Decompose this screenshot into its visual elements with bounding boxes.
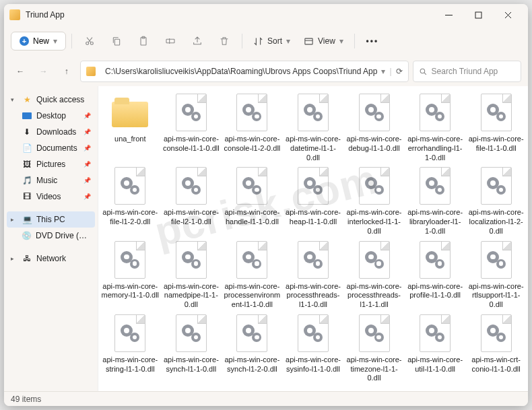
- pin-icon: 📌: [84, 177, 91, 184]
- file-name: api-ms-win-core-sysinfo-l1-1-0.dll: [284, 355, 342, 374]
- close-button[interactable]: [493, 5, 523, 25]
- search-input[interactable]: Search Triund App: [413, 61, 521, 82]
- file-name: api-ms-win-core-interlocked-l1-1-0.dll: [345, 208, 403, 236]
- file-name: api-ms-win-core-debug-l1-1-0.dll: [345, 135, 403, 153]
- file-item[interactable]: api-ms-win-core-errorhandling-l1-1-0.dll: [406, 93, 464, 162]
- file-item[interactable]: api-ms-win-core-file-l2-1-0.dll: [162, 166, 220, 236]
- maximize-button[interactable]: [463, 5, 493, 25]
- file-item[interactable]: api-ms-win-core-sysinfo-l1-1-0.dll: [284, 314, 342, 383]
- file-item[interactable]: api-ms-win-core-timezone-l1-1-0.dll: [345, 314, 403, 383]
- file-item[interactable]: api-ms-win-core-debug-l1-1-0.dll: [345, 93, 403, 162]
- file-item[interactable]: api-ms-win-core-libraryloader-l1-1-0.dll: [406, 166, 464, 236]
- dll-file-icon: [110, 314, 149, 353]
- rename-button[interactable]: [158, 30, 182, 53]
- sidebar-item-quick-access[interactable]: ▾★Quick access: [7, 92, 95, 108]
- file-item[interactable]: api-ms-win-core-handle-l1-1-0.dll: [223, 166, 281, 236]
- folder-icon: [110, 93, 149, 132]
- up-button[interactable]: ↑: [57, 61, 76, 82]
- refresh-button[interactable]: ⟳: [396, 67, 403, 76]
- file-item[interactable]: api-ms-win-core-synch-l1-2-0.dll: [223, 314, 281, 383]
- paste-button[interactable]: [131, 30, 156, 53]
- sort-button[interactable]: Sort ▾: [248, 32, 296, 50]
- file-item[interactable]: api-ms-win-core-rtlsupport-l1-1-0.dll: [467, 240, 525, 310]
- file-item[interactable]: api-ms-win-core-profile-l1-1-0.dll: [406, 240, 464, 310]
- more-button[interactable]: •••: [360, 30, 385, 53]
- file-item[interactable]: api-ms-win-core-file-l1-2-0.dll: [101, 166, 159, 236]
- file-name: api-ms-win-core-profile-l1-1-0.dll: [406, 282, 464, 301]
- file-item[interactable]: api-ms-win-core-file-l1-1-0.dll: [467, 93, 525, 162]
- sidebar-item-music[interactable]: 🎵Music📌: [7, 172, 95, 189]
- navigation-pane: ▾★Quick access Desktop📌 ⬇Downloads📌 📄Doc…: [4, 86, 98, 391]
- sidebar-item-videos[interactable]: 🎞Videos📌: [7, 189, 95, 205]
- file-name: api-ms-win-core-timezone-l1-1-0.dll: [345, 355, 403, 383]
- svg-rect-7: [305, 38, 312, 44]
- sidebar-item-network[interactable]: ▸🖧Network: [7, 250, 95, 267]
- file-item[interactable]: api-ms-win-core-localization-l1-2-0.dll: [467, 166, 525, 236]
- file-name: api-ms-win-core-processthreads-l1-1-0.dl…: [284, 282, 342, 310]
- cut-button[interactable]: [77, 30, 102, 53]
- sidebar-item-desktop[interactable]: Desktop📌: [7, 108, 95, 124]
- file-item[interactable]: api-ms-win-core-processthreads-l1-1-1.dl…: [345, 240, 403, 310]
- file-pane[interactable]: una_frontapi-ms-win-core-console-l1-1-0.…: [98, 86, 528, 391]
- file-item[interactable]: api-ms-win-core-interlocked-l1-1-0.dll: [345, 166, 403, 236]
- file-item[interactable]: api-ms-win-core-memory-l1-1-0.dll: [101, 240, 159, 310]
- file-name: api-ms-win-core-localization-l1-2-0.dll: [467, 208, 525, 236]
- file-item[interactable]: api-ms-win-core-processthreads-l1-1-0.dl…: [284, 240, 342, 310]
- file-item[interactable]: api-ms-win-core-processenvironment-l1-1-…: [223, 240, 281, 310]
- file-name: una_front: [114, 135, 145, 144]
- sidebar-item-documents[interactable]: 📄Documents📌: [7, 140, 95, 156]
- chevron-down-icon[interactable]: ▾: [381, 67, 385, 76]
- dll-file-icon: [477, 240, 516, 279]
- dll-file-icon: [415, 314, 455, 353]
- view-icon: [304, 36, 314, 46]
- file-item[interactable]: api-ms-win-core-namedpipe-l1-1-0.dll: [162, 240, 220, 310]
- new-label: New: [33, 36, 49, 46]
- sidebar-item-downloads[interactable]: ⬇Downloads📌: [7, 124, 95, 140]
- copy-button[interactable]: [104, 30, 129, 53]
- minimize-button[interactable]: [434, 5, 463, 25]
- file-name: api-ms-win-core-rtlsupport-l1-1-0.dll: [467, 282, 525, 310]
- delete-button[interactable]: [212, 30, 236, 53]
- explorer-window: Triund App + New ▾ Sort ▾ View ▾: [4, 4, 528, 406]
- file-item[interactable]: api-ms-win-crt-conio-l1-1-0.dll: [467, 314, 525, 383]
- dll-file-icon: [110, 240, 149, 279]
- dll-file-icon: [294, 166, 333, 205]
- dll-file-icon: [355, 240, 394, 279]
- dll-file-icon: [355, 314, 394, 353]
- sidebar-item-pictures[interactable]: 🖼Pictures📌: [7, 156, 95, 172]
- desktop-icon: [22, 110, 32, 121]
- address-bar[interactable]: C:\Users\karolisliucveikis\AppData\Roami…: [80, 61, 409, 82]
- sidebar-item-this-pc[interactable]: ▸💻This PC: [7, 211, 95, 228]
- dll-file-icon: [110, 166, 149, 205]
- sidebar-item-dvd[interactable]: 💿DVD Drive (D:) CCCC: [7, 228, 95, 244]
- forward-button[interactable]: →: [34, 61, 53, 82]
- file-item[interactable]: api-ms-win-core-console-l1-2-0.dll: [223, 93, 281, 162]
- svg-rect-6: [166, 39, 174, 42]
- new-button[interactable]: + New ▾: [11, 32, 66, 50]
- file-item[interactable]: api-ms-win-core-heap-l1-1-0.dll: [284, 166, 342, 236]
- pin-icon: 📌: [84, 145, 91, 151]
- dll-file-icon: [355, 93, 394, 132]
- file-item[interactable]: api-ms-win-core-string-l1-1-0.dll: [101, 314, 159, 383]
- music-icon: 🎵: [22, 175, 32, 186]
- view-button[interactable]: View ▾: [298, 32, 349, 50]
- folder-item[interactable]: una_front: [101, 93, 159, 162]
- file-name: api-ms-win-core-namedpipe-l1-1-0.dll: [162, 282, 220, 310]
- search-placeholder: Search Triund App: [432, 67, 498, 76]
- file-item[interactable]: api-ms-win-core-console-l1-1-0.dll: [162, 93, 220, 162]
- chevron-down-icon: ▾: [286, 36, 290, 46]
- file-name: api-ms-win-core-file-l1-2-0.dll: [101, 208, 159, 227]
- share-button[interactable]: [185, 30, 209, 53]
- videos-icon: 🎞: [22, 191, 32, 202]
- downloads-icon: ⬇: [22, 127, 32, 137]
- file-name: api-ms-win-core-handle-l1-1-0.dll: [223, 208, 281, 227]
- svg-rect-0: [475, 12, 481, 18]
- dll-file-icon: [415, 240, 455, 279]
- file-item[interactable]: api-ms-win-core-synch-l1-1-0.dll: [162, 314, 220, 383]
- back-button[interactable]: ←: [11, 61, 30, 82]
- file-name: api-ms-win-core-util-l1-1-0.dll: [406, 355, 464, 374]
- file-item[interactable]: api-ms-win-core-datetime-l1-1-0.dll: [284, 93, 342, 162]
- file-item[interactable]: api-ms-win-core-util-l1-1-0.dll: [406, 314, 464, 383]
- pictures-icon: 🖼: [22, 159, 32, 170]
- file-name: api-ms-win-core-processenvironment-l1-1-…: [223, 282, 281, 310]
